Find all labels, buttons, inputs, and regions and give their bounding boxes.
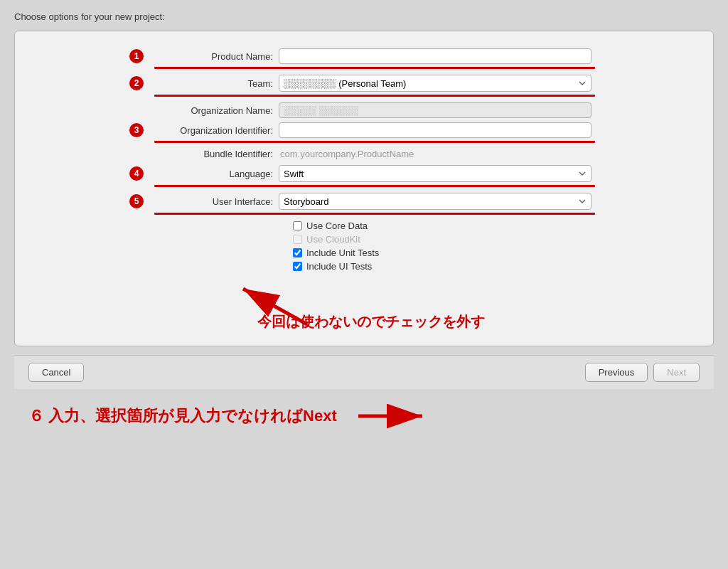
org-id-label: Organization Identifier: xyxy=(151,125,279,136)
include-unit-tests-checkbox[interactable] xyxy=(293,248,302,257)
bottom-annotation-text: ６ 入力、選択箇所が見入力でなければNext xyxy=(28,405,337,427)
bundle-id-label: Bundle Identifier: xyxy=(151,149,279,159)
team-select[interactable]: ░░░░░░░░ (Personal Team) xyxy=(279,75,592,92)
checkboxes-area: Use Core Data Use CloudKit Include Unit … xyxy=(293,220,592,272)
use-core-data-checkbox[interactable] xyxy=(293,221,302,230)
nav-buttons: Previous Next xyxy=(585,363,700,382)
ui-label: User Interface: xyxy=(151,196,279,207)
use-core-data-row: Use Core Data xyxy=(293,220,592,231)
page-title: Choose options for your new project: xyxy=(14,11,714,22)
include-unit-tests-row: Include Unit Tests xyxy=(293,248,592,258)
team-label: Team: xyxy=(151,78,279,89)
step-4-badge: 4 xyxy=(129,166,144,181)
step2-underline xyxy=(154,95,595,97)
step-3-badge: 3 xyxy=(129,123,144,137)
product-name-label: Product Name: xyxy=(151,51,279,62)
step-2-badge: 2 xyxy=(129,76,144,90)
cancel-button[interactable]: Cancel xyxy=(28,363,84,382)
ui-select[interactable]: Storyboard SwiftUI xyxy=(279,193,592,210)
step1-underline xyxy=(154,67,595,69)
annotation-text: 今回は使わないのでチェックを外す xyxy=(151,312,592,331)
bottom-arrow xyxy=(351,395,437,437)
step4-underline xyxy=(154,185,595,187)
step3-underline xyxy=(154,141,595,143)
previous-button[interactable]: Previous xyxy=(585,363,648,382)
language-label: Language: xyxy=(151,169,279,179)
next-button[interactable]: Next xyxy=(653,363,700,382)
org-name-label: Organization Name: xyxy=(151,105,279,116)
step-1-badge: 1 xyxy=(129,49,144,63)
include-ui-tests-row: Include UI Tests xyxy=(293,261,592,272)
product-name-input[interactable] xyxy=(279,48,592,64)
bottom-annotation: ６ 入力、選択箇所が見入力でなければNext xyxy=(14,389,714,437)
use-cloudkit-label: Use CloudKit xyxy=(306,234,360,245)
org-id-input[interactable] xyxy=(279,122,592,138)
include-unit-tests-label: Include Unit Tests xyxy=(306,248,379,258)
dialog: 1 Product Name: 2 Team: ░░░░░░░░ (Person… xyxy=(14,31,714,346)
language-select[interactable]: Swift Objective-C xyxy=(279,165,592,182)
bottom-bar: Cancel Previous Next xyxy=(14,355,714,389)
use-cloudkit-checkbox[interactable] xyxy=(293,235,302,244)
use-core-data-label: Use Core Data xyxy=(306,220,368,231)
include-ui-tests-checkbox[interactable] xyxy=(293,262,302,271)
use-cloudkit-row: Use CloudKit xyxy=(293,234,592,245)
org-name-input[interactable] xyxy=(279,102,592,118)
form-section: 1 Product Name: 2 Team: ░░░░░░░░ (Person… xyxy=(129,48,599,331)
include-ui-tests-label: Include UI Tests xyxy=(306,261,372,272)
bundle-id-value: com.yourcompany.ProductName xyxy=(279,149,414,159)
step-5-badge: 5 xyxy=(129,194,144,208)
step5-underline xyxy=(154,213,595,215)
